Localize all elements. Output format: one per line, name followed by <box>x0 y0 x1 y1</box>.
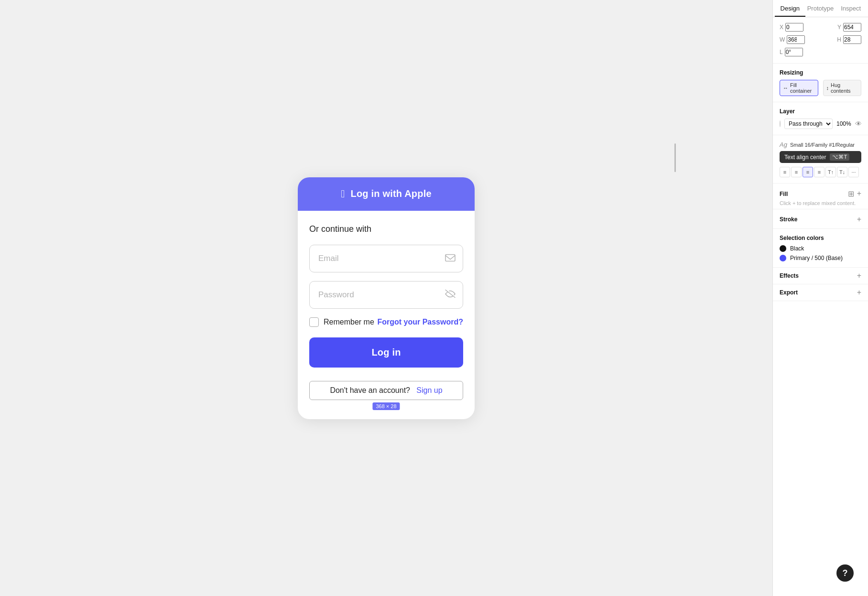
hug-contents-arrow: ↕ <box>826 85 829 91</box>
font-info: Small 16/Family #1/Regular <box>790 142 855 148</box>
tab-prototype[interactable]: Prototype <box>805 0 836 17</box>
fill-container-option[interactable]: ↔ Fill container <box>780 80 818 96</box>
apple-btn-label: Log in with Apple <box>350 188 431 199</box>
email-input[interactable] <box>309 245 463 272</box>
effects-add-icon[interactable]: + <box>857 271 861 280</box>
color-dot-primary <box>780 255 786 261</box>
layer-title: Layer <box>780 108 861 115</box>
resizing-grid: ↔ Fill container ↕ Hug contents <box>780 80 861 96</box>
typography-section: Ag Small 16/Family #1/Regular Text align… <box>773 135 868 184</box>
login-button[interactable]: Log in <box>309 337 463 368</box>
fill-section: Fill ⊞ + Click + to replace mixed conten… <box>773 184 868 209</box>
apple-login-button[interactable]:  Log in with Apple <box>298 177 475 211</box>
text-align-tooltip: Text align center ⌥⌘T <box>780 151 861 163</box>
hug-contents-label: Hug contents <box>831 82 858 94</box>
h-input[interactable] <box>843 35 861 44</box>
x-label: X <box>780 24 783 31</box>
xy-row: X Y <box>780 23 861 32</box>
rotation-input[interactable] <box>785 48 803 56</box>
right-panel: Design Prototype Inspect X Y W H <box>772 0 868 596</box>
effects-title: Effects <box>780 272 799 279</box>
w-input[interactable] <box>787 35 805 44</box>
fill-icons: ⊞ + <box>848 189 861 198</box>
fill-container-label: Fill container <box>790 82 815 94</box>
signup-link[interactable]: Sign up <box>416 386 442 394</box>
signup-row: Don't have an account? Sign up 368 × 28 <box>309 381 463 400</box>
blend-mode-select[interactable]: Pass through <box>784 119 833 129</box>
panel-tabs: Design Prototype Inspect <box>773 0 868 17</box>
align-right-button[interactable]: ≡ <box>803 167 813 177</box>
align-justify-button[interactable]: ≡ <box>814 167 825 177</box>
password-input[interactable] <box>309 281 463 309</box>
rotation-field: L <box>780 48 803 56</box>
text-more-button[interactable]: ··· <box>848 167 859 177</box>
fill-title: Fill <box>780 191 788 197</box>
fill-row: Fill ⊞ + <box>780 189 861 198</box>
help-button[interactable]: ? <box>836 564 854 582</box>
tab-design[interactable]: Design <box>775 0 805 17</box>
rotation-row: L <box>780 48 861 56</box>
tooltip-shortcut: ⌥⌘T <box>830 153 849 161</box>
layer-row: Pass through 100% 👁 <box>780 119 861 129</box>
color-name-primary: Primary / 500 (Base) <box>790 255 843 261</box>
w-label: W <box>780 36 785 43</box>
hide-password-icon <box>445 289 456 300</box>
typography-ag-icon: Ag <box>780 141 787 148</box>
fill-hint: Click + to replace mixed content. <box>780 200 861 206</box>
color-item-black: Black <box>780 245 861 252</box>
stroke-add-icon[interactable]: + <box>857 215 861 224</box>
stroke-row: Stroke + <box>780 215 861 224</box>
y-label: Y <box>837 24 841 31</box>
svg-rect-0 <box>445 254 455 261</box>
stroke-section: Stroke + <box>773 209 868 229</box>
scrollbar-track[interactable] <box>673 0 677 596</box>
layer-section: Layer Pass through 100% 👁 <box>773 102 868 135</box>
export-row: Export + <box>773 284 868 301</box>
fill-add-icon[interactable]: + <box>857 189 861 198</box>
text-align-buttons: ≡ ≡ ≡ ≡ T↑ T↓ ··· <box>780 167 861 177</box>
x-input[interactable] <box>785 23 803 32</box>
text-size-down-button[interactable]: T↓ <box>837 167 847 177</box>
remember-me-group: Remember me <box>309 317 374 327</box>
color-item-primary: Primary / 500 (Base) <box>780 255 861 261</box>
email-input-group <box>309 245 463 272</box>
hug-contents-option[interactable]: ↕ Hug contents <box>823 80 862 96</box>
selection-colors-section: Selection colors Black Primary / 500 (Ba… <box>773 229 868 268</box>
h-field: H <box>837 35 861 44</box>
remember-forgot-row: Remember me Forgot your Password? <box>309 317 463 327</box>
layer-mode-circle <box>780 120 781 127</box>
effects-row: Effects + <box>773 268 868 284</box>
rotation-label: L <box>780 49 783 55</box>
card-body: Or continue with <box>298 211 475 400</box>
fill-container-arrow: ↔ <box>783 85 788 91</box>
dimensions-section: X Y W H L <box>773 17 868 64</box>
stroke-title: Stroke <box>780 216 797 223</box>
forgot-password-link[interactable]: Forgot your Password? <box>377 318 463 326</box>
login-card:  Log in with Apple Or continue with <box>298 177 475 419</box>
export-add-icon[interactable]: + <box>857 288 861 297</box>
scrollbar-thumb[interactable] <box>674 143 676 172</box>
y-input[interactable] <box>843 23 861 32</box>
remember-checkbox[interactable] <box>309 317 319 327</box>
x-field: X <box>780 23 803 32</box>
visibility-toggle[interactable]: 👁 <box>855 120 862 128</box>
align-left-button[interactable]: ≡ <box>780 167 790 177</box>
resizing-title: Resizing <box>780 69 861 76</box>
selection-colors-title: Selection colors <box>780 235 861 241</box>
tooltip-text: Text align center <box>784 154 826 161</box>
apple-icon:  <box>341 188 345 200</box>
y-field: Y <box>837 23 861 32</box>
wh-row: W H <box>780 35 861 44</box>
color-name-black: Black <box>790 245 804 252</box>
tab-inspect[interactable]: Inspect <box>835 0 866 17</box>
email-icon <box>445 253 456 264</box>
w-field: W <box>780 35 805 44</box>
fill-grid-icon[interactable]: ⊞ <box>848 189 854 198</box>
remember-me-label: Remember me <box>324 318 374 326</box>
color-dot-black <box>780 245 786 252</box>
typography-row: Ag Small 16/Family #1/Regular <box>780 141 861 148</box>
password-input-group <box>309 281 463 309</box>
align-center-button[interactable]: ≡ <box>791 167 802 177</box>
text-size-up-button[interactable]: T↑ <box>825 167 836 177</box>
h-label: H <box>837 36 841 43</box>
